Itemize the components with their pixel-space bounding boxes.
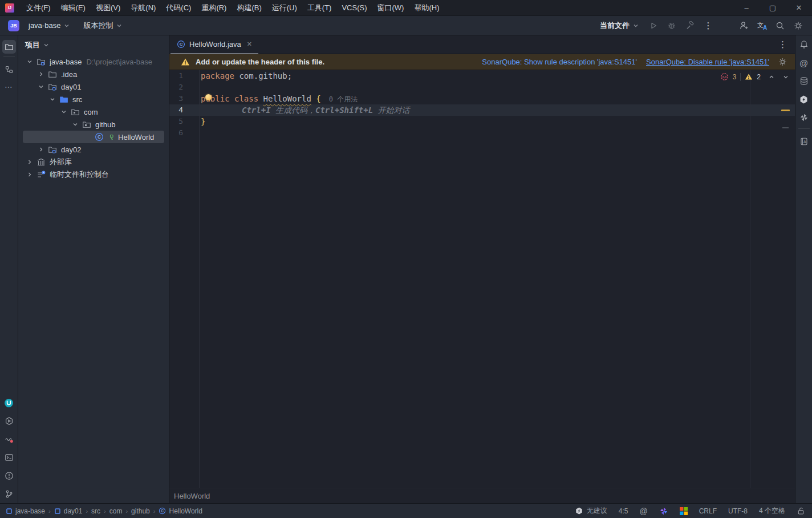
project-avatar[interactable]: JB bbox=[8, 20, 19, 31]
menu-tools[interactable]: 工具(T) bbox=[302, 0, 337, 16]
translate-icon: 文A bbox=[757, 21, 768, 31]
run-button[interactable] bbox=[645, 18, 661, 33]
indent-widget[interactable]: 4 个空格 bbox=[759, 506, 785, 516]
chevron-expanded-icon bbox=[49, 96, 56, 103]
tree-item-scratches[interactable]: 临时文件和控制台 bbox=[23, 168, 164, 181]
menu-edit[interactable]: 编辑(E) bbox=[56, 0, 91, 16]
menu-navigate[interactable]: 导航(N) bbox=[125, 0, 161, 16]
pinwheel-plugin-status[interactable] bbox=[659, 507, 668, 516]
breadcrumb-class[interactable]: HelloWorld bbox=[174, 492, 210, 500]
sonarqube-disable-rule-link[interactable]: SonarQube: Disable rule 'java:S1451' bbox=[646, 58, 769, 66]
next-issue-chevron-down-icon[interactable] bbox=[782, 74, 789, 80]
usages-inlay-hint[interactable]: 0 个用法 bbox=[329, 95, 358, 103]
intention-bulb-icon[interactable] bbox=[205, 94, 212, 100]
search-everywhere-button[interactable] bbox=[772, 18, 788, 33]
problems-toolwindow-button[interactable] bbox=[2, 469, 16, 483]
problems-icon bbox=[5, 471, 14, 480]
tree-item-day02[interactable]: day02 bbox=[23, 143, 164, 156]
project-panel-header[interactable]: 项目 bbox=[25, 40, 49, 50]
status-bar: java-base › day01 › src › com › github ›… bbox=[0, 503, 812, 518]
maximize-button[interactable]: ▢ bbox=[760, 0, 786, 16]
ai-suggestion-status[interactable]: 无建议 bbox=[575, 506, 607, 516]
status-crumb-com[interactable]: com bbox=[109, 507, 123, 515]
vcs-toolwindow-button[interactable] bbox=[2, 487, 16, 501]
debug-button[interactable] bbox=[664, 18, 680, 33]
tree-item-com[interactable]: com bbox=[23, 106, 164, 118]
menu-code[interactable]: 代码(C) bbox=[161, 0, 196, 16]
encoding-widget[interactable]: UTF-8 bbox=[728, 507, 748, 515]
source-root-folder-icon bbox=[59, 95, 68, 104]
intellij-logo-icon: IJ bbox=[5, 3, 14, 13]
menu-refactor[interactable]: 重构(R) bbox=[196, 0, 232, 16]
tab-options-button[interactable]: ⋮ bbox=[778, 39, 787, 50]
close-button[interactable]: ✕ bbox=[786, 0, 812, 16]
tree-item-idea[interactable]: .idea bbox=[23, 68, 164, 80]
dictionary-toolwindow-button[interactable]: A bbox=[797, 135, 811, 148]
open-brace: { bbox=[311, 94, 321, 103]
tree-item-java-base[interactable]: java-base D:\project\java-base bbox=[23, 55, 164, 68]
editor-breadcrumbs[interactable]: HelloWorld bbox=[169, 488, 795, 503]
unlock-icon bbox=[797, 507, 805, 515]
tab-close-icon[interactable]: ✕ bbox=[247, 41, 252, 48]
tree-item-day01[interactable]: day01 bbox=[23, 80, 164, 93]
menu-file[interactable]: 文件(F) bbox=[21, 0, 56, 16]
inspection-widget[interactable]: 3 2 bbox=[720, 72, 789, 81]
tree-item-helloworld[interactable]: C HelloWorld bbox=[23, 131, 164, 143]
terminal-toolwindow-button[interactable] bbox=[2, 451, 16, 464]
status-crumb-src[interactable]: src bbox=[91, 507, 100, 515]
code-editor[interactable]: 1 2 3 4 5 6 package com.github; public c… bbox=[169, 70, 795, 488]
readonly-toggle[interactable] bbox=[797, 507, 805, 515]
tree-item-external-libraries[interactable]: 外部库 bbox=[23, 156, 164, 168]
status-crumb-github[interactable]: github bbox=[131, 507, 150, 515]
translate-button[interactable]: 文A bbox=[754, 18, 770, 33]
services-toolwindow-button[interactable] bbox=[2, 414, 16, 428]
run-configuration-selector[interactable]: 当前文件 bbox=[595, 18, 643, 33]
menu-run[interactable]: 运行(U) bbox=[267, 0, 302, 16]
menu-help[interactable]: 帮助(H) bbox=[409, 0, 444, 16]
database-toolwindow-button[interactable] bbox=[797, 74, 811, 88]
sonarqube-toolwindow-button[interactable] bbox=[2, 432, 16, 446]
more-actions-button[interactable]: ⋮ bbox=[700, 18, 716, 33]
prev-issue-chevron-up-icon[interactable] bbox=[768, 74, 775, 80]
teal-plugin-icon bbox=[4, 398, 14, 408]
more-toolwindows-button[interactable]: ⋯ bbox=[2, 80, 16, 94]
project-toolwindow-button[interactable] bbox=[2, 40, 16, 54]
caret-position-widget[interactable]: 4:5 bbox=[619, 507, 628, 515]
tree-item-src[interactable]: src bbox=[23, 93, 164, 106]
code-line-1: package com.github; bbox=[201, 70, 292, 82]
build-button[interactable] bbox=[682, 18, 698, 33]
menu-build[interactable]: 构建(B) bbox=[232, 0, 266, 16]
ai-assistant-status[interactable]: @ bbox=[639, 507, 647, 516]
tree-label: .idea bbox=[61, 70, 77, 79]
line-separator: CRLF bbox=[699, 507, 717, 515]
svg-text:C: C bbox=[180, 42, 183, 47]
settings-button[interactable] bbox=[790, 18, 806, 33]
minimize-button[interactable]: – bbox=[733, 0, 760, 16]
structure-toolwindow-button[interactable] bbox=[2, 63, 16, 76]
menu-window[interactable]: 窗口(W) bbox=[372, 0, 409, 16]
project-selector[interactable]: java-base bbox=[24, 18, 74, 33]
microsoft-plugin-status[interactable] bbox=[680, 507, 688, 515]
plugin-toolwindow-button[interactable] bbox=[2, 396, 16, 410]
sonarqube-show-rule-link[interactable]: SonarQube: Show rule description 'java:S… bbox=[482, 58, 637, 66]
ai-assistant-button[interactable]: @ bbox=[797, 56, 811, 70]
status-crumb-java-base[interactable]: java-base bbox=[6, 507, 45, 515]
vcs-widget[interactable]: 版本控制 bbox=[79, 18, 127, 33]
java-class-icon: C bbox=[95, 132, 104, 141]
menu-view[interactable]: 视图(V) bbox=[91, 0, 125, 16]
line-separator-widget[interactable]: CRLF bbox=[699, 507, 717, 515]
module-folder-icon bbox=[48, 82, 57, 91]
services-hexagon-icon bbox=[5, 416, 14, 426]
tree-item-github[interactable]: github bbox=[23, 118, 164, 131]
pinwheel-plugin-button[interactable] bbox=[797, 111, 811, 124]
notifications-button[interactable] bbox=[797, 38, 811, 51]
status-crumb-day01[interactable]: day01 bbox=[54, 507, 83, 515]
menu-vcs[interactable]: VCS(S) bbox=[336, 0, 372, 16]
ai-suggestions-button[interactable] bbox=[797, 92, 811, 106]
tab-helloworld-java[interactable]: C HelloWorld.java ✕ bbox=[170, 35, 258, 54]
error-stripe-warning-mark[interactable] bbox=[781, 110, 790, 111]
banner-settings-gear-icon[interactable] bbox=[778, 58, 787, 66]
status-crumb-helloworld[interactable]: C HelloWorld bbox=[159, 507, 202, 515]
tab-title: HelloWorld.java bbox=[189, 40, 241, 48]
code-with-me-button[interactable] bbox=[736, 18, 752, 33]
